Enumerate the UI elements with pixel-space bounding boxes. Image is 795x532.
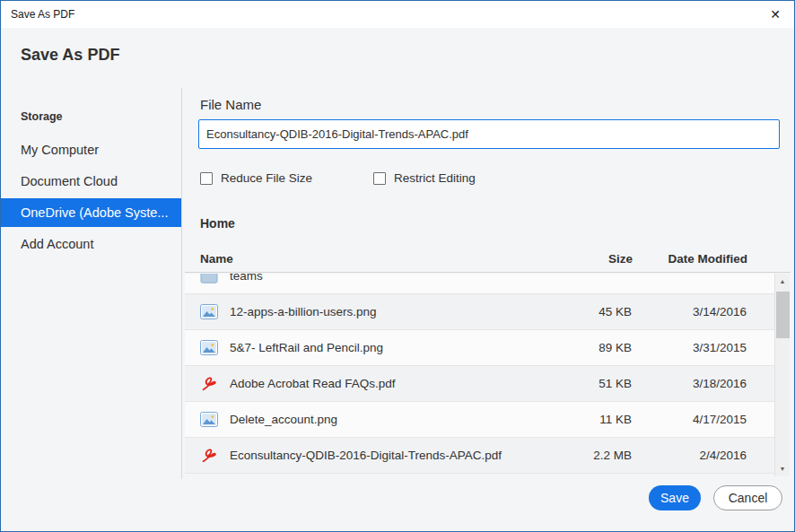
file-name-label: File Name (200, 97, 261, 112)
scroll-down-button[interactable]: ▼ (775, 461, 790, 476)
scroll-up-button[interactable]: ▲ (775, 274, 790, 289)
file-size: 11 KB (567, 413, 632, 426)
pdf-icon (199, 447, 219, 464)
restrict-editing-checkbox[interactable]: Restrict Editing (373, 171, 476, 185)
file-date: 4/17/2015 (632, 413, 747, 426)
file-name: Econsultancy-QDIB-2016-Digital-Trends-AP… (230, 449, 567, 462)
file-size: 89 KB (567, 341, 632, 354)
table-row[interactable]: Delete_account.png11 KB4/17/2015 (185, 402, 774, 438)
file-name: Adobe Acrobat Read FAQs.pdf (230, 377, 567, 390)
table-row[interactable]: 12-apps-a-billion-users.png45 KB3/14/201… (185, 294, 774, 330)
sidebar-item-document-cloud[interactable]: Document Cloud (1, 167, 181, 196)
table-header: Name Size Date Modified (185, 245, 791, 273)
table-row[interactable]: Adobe Acrobat Read FAQs.pdf51 KB3/18/201… (185, 366, 774, 402)
file-date: 3/31/2015 (632, 341, 747, 354)
sidebar-item-add-account[interactable]: Add Account (1, 230, 181, 258)
window-title: Save As PDF (11, 8, 74, 21)
file-list: teams12-apps-a-billion-users.png45 KB3/1… (185, 274, 774, 476)
file-name: 12-apps-a-billion-users.png (230, 305, 567, 318)
image-icon (199, 412, 219, 427)
table-row[interactable]: 5&7- LeftRail and Pencil.png89 KB3/31/20… (185, 330, 774, 366)
chevron-up-icon: ▲ (780, 278, 786, 284)
scrollbar-thumb[interactable] (776, 292, 790, 338)
file-date: 3/18/2016 (632, 377, 747, 390)
table-row[interactable]: Econsultancy-QDIB-2016-Digital-Trends-AP… (185, 438, 774, 474)
checkbox-icon (373, 172, 386, 185)
file-size: 2.2 MB (567, 449, 632, 462)
sidebar-items: My ComputerDocument CloudOneDrive (Adobe… (1, 135, 181, 261)
close-icon: ✕ (770, 7, 781, 22)
file-size: 45 KB (567, 305, 632, 318)
checkbox-icon (200, 172, 213, 185)
save-button[interactable]: Save (649, 485, 701, 510)
file-name: Delete_account.png (230, 413, 567, 426)
current-folder-label: Home (200, 216, 235, 231)
close-button[interactable]: ✕ (764, 4, 787, 24)
column-header-date[interactable]: Date Modified (633, 252, 747, 266)
storage-section-label: Storage (21, 110, 63, 123)
pdf-icon (199, 375, 219, 392)
sidebar-item-my-computer[interactable]: My Computer (1, 135, 181, 164)
folder-icon (199, 274, 219, 283)
page-title: Save As PDF (21, 46, 119, 65)
cancel-button[interactable]: Cancel (713, 485, 782, 510)
image-icon (199, 340, 219, 355)
file-size: 51 KB (567, 377, 632, 390)
file-rows: teams12-apps-a-billion-users.png45 KB3/1… (185, 274, 774, 474)
image-icon (199, 304, 219, 319)
file-date: 2/4/2016 (632, 449, 747, 462)
file-date: 3/14/2016 (632, 305, 747, 318)
checkbox-label: Reduce File Size (221, 171, 312, 185)
file-name: teams (230, 274, 567, 283)
file-name: 5&7- LeftRail and Pencil.png (230, 341, 567, 354)
chevron-down-icon: ▼ (780, 466, 786, 472)
table-row[interactable]: teams (185, 274, 774, 294)
file-name-input[interactable] (198, 119, 780, 149)
column-header-name[interactable]: Name (200, 252, 568, 266)
checkbox-label: Restrict Editing (394, 171, 476, 185)
divider (181, 88, 182, 479)
save-as-pdf-dialog: Save As PDF ✕ Save As PDF Storage My Com… (0, 0, 795, 532)
titlebar: Save As PDF ✕ (1, 1, 794, 28)
list-scrollbar[interactable]: ▲ ▼ (774, 274, 790, 476)
reduce-file-size-checkbox[interactable]: Reduce File Size (200, 171, 312, 185)
sidebar-item-onedrive-adobe-syste[interactable]: OneDrive (Adobe Syste... (1, 198, 181, 227)
column-header-size[interactable]: Size (568, 252, 633, 266)
